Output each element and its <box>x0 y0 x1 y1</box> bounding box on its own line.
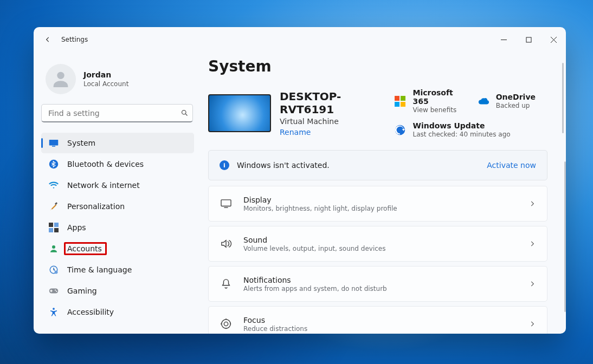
microsoft365-icon <box>394 95 406 107</box>
svg-rect-25 <box>401 102 405 107</box>
card-display[interactable]: Display Monitors, brightness, night ligh… <box>208 186 547 222</box>
card-subtitle: Volume levels, output, input, sound devi… <box>243 245 385 252</box>
sidebar-item-system[interactable]: System <box>41 133 194 153</box>
card-focus[interactable]: Focus Reduce distractions <box>208 306 547 334</box>
brush-icon <box>49 202 59 211</box>
window-title: Settings <box>61 36 88 43</box>
sidebar-item-label: Time & language <box>67 265 132 274</box>
card-subtitle: Monitors, brightness, night light, displ… <box>243 205 397 212</box>
svg-point-30 <box>224 322 228 326</box>
tile-subtitle: Last checked: 40 minutes ago <box>412 131 510 138</box>
svg-point-15 <box>52 245 55 249</box>
device-name: DESKTOP-RVT6191 <box>280 90 385 116</box>
tile-subtitle: View benefits <box>412 106 464 114</box>
svg-rect-7 <box>49 140 59 146</box>
device-thumbnail <box>208 94 271 132</box>
titlebar: Settings <box>34 27 566 52</box>
sidebar-item-accounts[interactable]: Accounts <box>41 238 194 259</box>
user-row[interactable]: Jordan Local Account <box>41 60 201 104</box>
svg-point-29 <box>222 320 231 329</box>
user-name: Jordan <box>83 70 128 79</box>
apps-icon <box>49 223 59 232</box>
svg-rect-24 <box>395 102 399 107</box>
sidebar-item-time-language[interactable]: Time & language <box>41 259 194 280</box>
svg-rect-13 <box>49 228 53 232</box>
svg-rect-27 <box>221 200 231 206</box>
wifi-icon <box>49 180 59 190</box>
maximize-button[interactable] <box>516 30 541 49</box>
chevron-right-icon <box>528 320 536 328</box>
tile-windows-update[interactable]: Windows Update Last checked: 40 minutes … <box>394 121 547 138</box>
sidebar-item-accessibility[interactable]: Accessibility <box>41 302 194 322</box>
sidebar-item-gaming[interactable]: Gaming <box>41 281 194 301</box>
sidebar-item-network-internet[interactable]: Network & internet <box>41 175 194 196</box>
sidebar-item-apps[interactable]: Apps <box>41 217 194 238</box>
sidebar-item-label: Accounts <box>67 244 102 253</box>
sidebar-item-bluetooth-devices[interactable]: Bluetooth & devices <box>41 154 194 174</box>
person-icon <box>49 244 59 253</box>
info-icon: i <box>220 160 229 170</box>
svg-point-17 <box>55 271 58 274</box>
tile-title: Microsoft 365 <box>412 88 464 106</box>
card-title: Sound <box>243 236 385 244</box>
tile-microsoft365[interactable]: Microsoft 365 View benefits <box>394 88 464 114</box>
chevron-right-icon <box>528 280 536 288</box>
sidebar-item-label: Gaming <box>67 287 97 295</box>
tile-title: OneDrive <box>496 93 536 101</box>
user-subtitle: Local Account <box>83 80 128 88</box>
bell-icon <box>220 277 233 290</box>
settings-window: Settings Jordan Local Acco <box>34 27 566 334</box>
card-title: Display <box>243 196 397 204</box>
sidebar-item-label: Bluetooth & devices <box>67 160 144 168</box>
sidebar-item-label: System <box>67 139 95 147</box>
monitor-icon <box>49 138 59 148</box>
card-title: Focus <box>243 316 307 324</box>
windows-update-icon <box>394 124 406 136</box>
tile-onedrive[interactable]: OneDrive Backed up <box>478 88 547 114</box>
chevron-right-icon <box>528 240 536 248</box>
close-button[interactable] <box>541 30 566 49</box>
main-scrollbar[interactable] <box>562 63 564 133</box>
device-type: Virtual Machine <box>280 117 385 126</box>
sound-icon <box>220 237 233 250</box>
bluetooth-icon <box>49 159 59 169</box>
onedrive-icon <box>478 95 489 107</box>
svg-point-19 <box>55 289 56 290</box>
clock-icon <box>49 265 59 275</box>
svg-rect-22 <box>395 96 399 101</box>
minimize-button[interactable] <box>491 30 516 49</box>
page-title: System <box>208 57 547 75</box>
window-controls <box>491 30 566 49</box>
card-notifications[interactable]: Notifications Alerts from apps and syste… <box>208 266 547 302</box>
display-icon <box>220 197 233 210</box>
chevron-right-icon <box>528 200 536 207</box>
rename-link[interactable]: Rename <box>280 128 385 136</box>
banner-text: Windows isn't activated. <box>237 161 330 170</box>
focus-icon <box>220 317 233 330</box>
sidebar-item-label: Network & internet <box>67 181 140 190</box>
tile-title: Windows Update <box>412 121 510 130</box>
sidebar: Jordan Local Account SystemBluetooth & d… <box>34 52 201 334</box>
svg-rect-1 <box>526 37 531 42</box>
accessibility-icon <box>49 307 59 317</box>
nav-list: SystemBluetooth & devicesNetwork & inter… <box>41 132 201 323</box>
svg-rect-23 <box>401 96 405 101</box>
activate-link[interactable]: Activate now <box>487 161 536 170</box>
gamepad-icon <box>49 286 59 296</box>
avatar <box>46 64 76 94</box>
main-panel: System DESKTOP-RVT6191 Virtual Machine R… <box>201 52 566 334</box>
back-button[interactable] <box>43 35 52 44</box>
svg-rect-11 <box>49 223 53 227</box>
activation-banner: i Windows isn't activated. Activate now <box>208 150 547 180</box>
card-subtitle: Alerts from apps and system, do not dist… <box>243 285 387 292</box>
svg-rect-12 <box>54 223 59 227</box>
sidebar-item-personalization[interactable]: Personalization <box>41 196 194 217</box>
svg-point-21 <box>53 308 55 310</box>
svg-rect-8 <box>52 146 55 147</box>
card-subtitle: Reduce distractions <box>243 325 307 333</box>
search-input[interactable] <box>41 104 193 122</box>
card-sound[interactable]: Sound Volume levels, output, input, soun… <box>208 226 547 262</box>
svg-point-4 <box>57 72 64 79</box>
tile-subtitle: Backed up <box>496 102 536 109</box>
svg-point-20 <box>56 291 57 292</box>
